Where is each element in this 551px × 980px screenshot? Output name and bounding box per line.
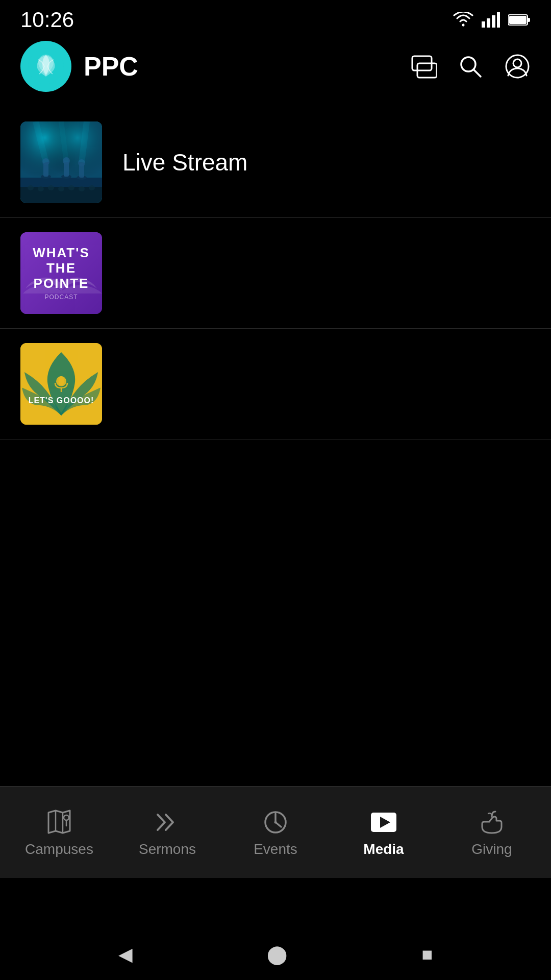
android-nav-bar: ◀ ⬤ ■ [0, 929, 551, 980]
svg-point-34 [79, 186, 85, 191]
android-home-button[interactable]: ⬤ [267, 944, 287, 965]
svg-point-29 [28, 185, 34, 190]
svg-point-31 [48, 185, 54, 190]
thumbnail-letsgo: LET'S GOOOO! [20, 343, 102, 425]
livestream-label: Live Stream [122, 149, 247, 176]
app-logo[interactable] [20, 41, 71, 92]
list-item-livestream[interactable]: Live Stream [0, 107, 551, 218]
search-icon[interactable] [457, 53, 484, 80]
sermons-label: Sermons [139, 841, 196, 857]
media-label: Media [363, 841, 404, 857]
nav-item-giving[interactable]: Giving [438, 799, 546, 866]
svg-text:LET'S GOOOO!: LET'S GOOOO! [29, 396, 94, 405]
nav-item-media[interactable]: Media [330, 799, 438, 866]
svg-rect-4 [497, 12, 500, 28]
svg-point-35 [89, 185, 95, 190]
svg-point-33 [68, 185, 74, 190]
media-icon [369, 807, 398, 837]
header-actions [410, 53, 531, 80]
wifi-icon [453, 12, 473, 28]
campuses-icon [44, 807, 74, 837]
events-label: Events [254, 841, 297, 857]
logo-icon [28, 48, 64, 84]
nav-item-campuses[interactable]: Campuses [5, 799, 113, 866]
status-bar: 10:26 [0, 0, 551, 36]
status-time: 10:26 [20, 8, 74, 32]
signal-icon [482, 12, 500, 28]
svg-rect-2 [487, 18, 490, 28]
bottom-nav: Campuses Sermons Events [0, 786, 551, 878]
header: PPC [0, 36, 551, 97]
svg-point-47 [64, 815, 69, 820]
list-item-letsgo[interactable]: LET'S GOOOO! [0, 329, 551, 439]
battery-icon [508, 14, 531, 26]
profile-icon[interactable] [504, 53, 531, 80]
svg-rect-42 [59, 376, 64, 385]
thumbnail-livestream [20, 121, 102, 203]
svg-point-51 [274, 821, 277, 823]
svg-point-14 [513, 59, 521, 67]
header-left: PPC [20, 41, 138, 92]
android-back-button[interactable]: ◀ [118, 944, 133, 965]
svg-point-30 [38, 186, 44, 191]
giving-icon [477, 807, 507, 837]
events-icon [261, 807, 290, 837]
svg-point-0 [462, 24, 465, 27]
content-list: Live Stream [0, 107, 551, 439]
svg-rect-6 [528, 18, 530, 22]
nav-item-events[interactable]: Events [221, 799, 330, 866]
sermons-icon [153, 807, 182, 837]
campuses-label: Campuses [25, 841, 93, 857]
status-icons [453, 12, 531, 28]
app-name-label: PPC [84, 51, 138, 82]
svg-rect-7 [509, 16, 527, 24]
chat-icon[interactable] [410, 53, 437, 80]
svg-point-32 [58, 186, 64, 191]
giving-label: Giving [471, 841, 512, 857]
svg-rect-3 [492, 15, 495, 28]
svg-line-12 [473, 69, 481, 77]
nav-item-sermons[interactable]: Sermons [113, 799, 221, 866]
android-recents-button[interactable]: ■ [422, 944, 433, 965]
svg-rect-1 [482, 21, 485, 28]
thumbnail-whatsthepointe: WHAT'STHEPOINTE PODCAST [20, 232, 102, 314]
list-item-whatsthepointe[interactable]: WHAT'STHEPOINTE PODCAST [0, 218, 551, 329]
